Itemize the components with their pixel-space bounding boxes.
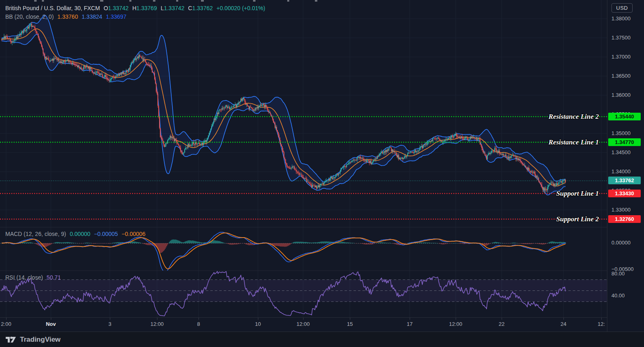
price-chart-pane[interactable]: British Pound / U.S. Dollar, 30, FXCM O1… — [0, 0, 607, 227]
low-value: 1.33742 — [164, 5, 185, 11]
price-axis-label: 1.34000 — [611, 168, 631, 175]
price-axis[interactable]: USD 1.380001.375001.370001.365001.360001… — [607, 0, 644, 332]
close-value: 1.33762 — [192, 5, 213, 11]
time-axis-tick — [110, 318, 110, 320]
time-axis-tick — [51, 318, 51, 320]
price-axis-label: 1.38000 — [611, 15, 631, 22]
change-value: +0.00020 (+0.01%) — [216, 5, 265, 11]
time-axis-tick — [303, 318, 303, 320]
support-line-label[interactable]: Support Line 2 — [556, 215, 599, 224]
resistance-price-badge: 1.34770 — [608, 138, 641, 146]
support-line-label[interactable]: Support Line 1 — [556, 189, 599, 198]
rsi-axis-label: 80.00 — [611, 271, 625, 277]
price-axis-label: 1.36000 — [611, 92, 631, 98]
bb-upper-value: 1.33824 — [82, 13, 103, 20]
macd-signal-value: −0.00006 — [122, 231, 146, 237]
last-price-badge: 1.33762 — [608, 177, 641, 184]
close-label: C — [188, 5, 192, 11]
time-axis-label: Nov — [46, 321, 56, 327]
rsi-chart[interactable] — [0, 271, 607, 318]
time-axis-label: 10 — [255, 321, 261, 327]
time-axis-label: 12:00 — [151, 321, 164, 327]
price-axis-label: 1.37000 — [611, 54, 631, 60]
macd-hist-value: 0.00000 — [70, 231, 90, 237]
macd-axis-label: 0.00000 — [611, 240, 631, 246]
time-axis-tick — [456, 318, 456, 320]
time-axis-tick — [157, 318, 157, 320]
time-axis-label: 17 — [407, 321, 413, 327]
resistance-line-label[interactable]: Resistance Line 2 — [548, 112, 599, 121]
candlestick-chart[interactable] — [0, 0, 607, 227]
currency-badge[interactable]: USD — [611, 3, 633, 13]
macd-line-value: −0.00005 — [94, 231, 118, 237]
time-axis-tick — [6, 318, 7, 320]
low-label: L — [161, 5, 164, 11]
price-axis-label: 1.35000 — [611, 130, 631, 137]
support-price-badge: 1.33430 — [608, 190, 641, 197]
tradingview-chart-window: British Pound / U.S. Dollar, 30, FXCM O1… — [0, 0, 644, 347]
symbol-legend: British Pound / U.S. Dollar, 30, FXCM O1… — [5, 5, 265, 20]
time-axis-label: 24 — [561, 321, 566, 327]
macd-legend: MACD (12, 26, close, 9) 0.00000 −0.00005… — [5, 231, 146, 237]
high-value: 1.33769 — [136, 5, 157, 11]
time-axis-tick — [199, 318, 199, 320]
time-axis-label: 2:00 — [1, 321, 11, 327]
price-axis-label: 1.36500 — [611, 73, 631, 79]
rsi-axis-label: 40.00 — [611, 292, 625, 299]
footer-bar: TradingView — [0, 332, 644, 347]
macd-indicator-label[interactable]: MACD (12, 26, close, 9) — [5, 231, 66, 237]
time-axis[interactable]: 2:00Nov312:0081012:00151712:00222412: — [0, 317, 607, 332]
symbol-title[interactable]: British Pound / U.S. Dollar, 30, FXCM — [5, 5, 100, 11]
resistance-line-label[interactable]: Resistance Line 1 — [548, 138, 599, 147]
open-value: 1.33742 — [108, 5, 129, 11]
price-axis-label: 1.33000 — [611, 207, 631, 213]
rsi-indicator-label[interactable]: RSI (14, close) — [5, 274, 43, 281]
time-axis-tick — [258, 318, 258, 320]
time-axis-tick — [410, 318, 410, 320]
bb-basis-value: 1.33760 — [57, 13, 78, 20]
bb-lower-value: 1.33697 — [106, 13, 127, 20]
time-axis-label: 8 — [197, 321, 200, 327]
time-axis-tick — [563, 318, 564, 320]
time-axis-label: 3 — [108, 321, 111, 327]
time-axis-label: 22 — [499, 321, 504, 327]
rsi-legend: RSI (14, close) 50.71 — [5, 274, 61, 281]
time-axis-label: 12:00 — [297, 321, 310, 327]
high-label: H — [132, 5, 136, 11]
resistance-price-badge: 1.35440 — [608, 113, 641, 120]
rsi-value: 50.71 — [47, 274, 61, 281]
time-axis-label: 15 — [347, 321, 353, 327]
macd-pane[interactable]: MACD (12, 26, close, 9) 0.00000 −0.00005… — [0, 227, 607, 271]
rsi-pane[interactable]: RSI (14, close) 50.71 — [0, 271, 607, 318]
bb-indicator-label[interactable]: BB (20, close, 2, 0) — [5, 13, 54, 20]
time-axis-tick — [502, 318, 502, 320]
tradingview-logo-icon[interactable] — [5, 335, 16, 345]
price-axis-label: 1.37500 — [611, 35, 631, 41]
tradingview-brand-text[interactable]: TradingView — [20, 336, 61, 344]
time-axis-tick — [350, 318, 350, 320]
time-axis-tick — [601, 318, 602, 320]
open-label: O — [104, 5, 108, 11]
support-price-badge: 1.32760 — [608, 215, 641, 223]
time-axis-label: 12: — [598, 321, 605, 327]
price-axis-label: 1.34500 — [611, 149, 631, 156]
time-axis-label: 12:00 — [449, 321, 463, 327]
